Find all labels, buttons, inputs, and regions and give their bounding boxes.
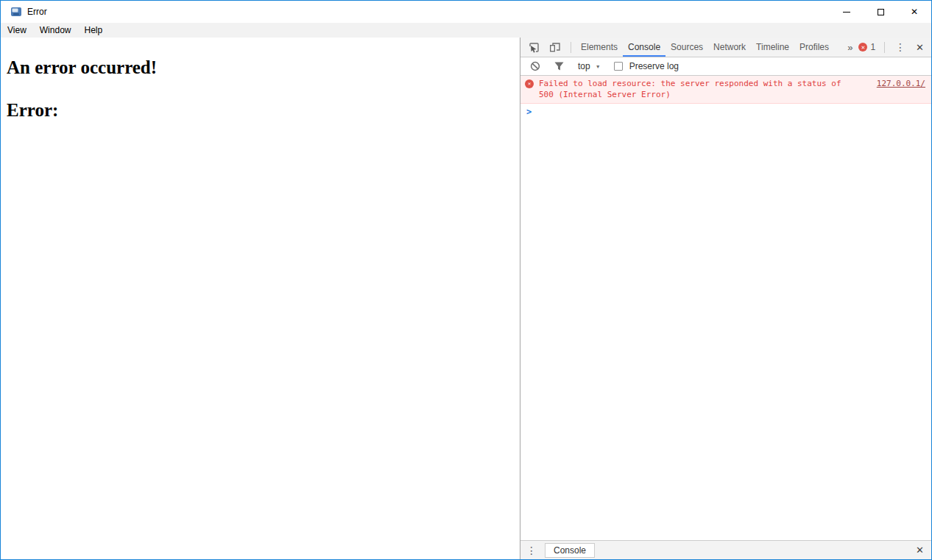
tab-profiles[interactable]: Profiles <box>794 38 834 57</box>
console-prompt-icon: > <box>526 107 532 117</box>
tab-console[interactable]: Console <box>623 38 666 57</box>
devtools-panel: Elements Console Sources Network Timelin… <box>520 38 931 559</box>
close-button[interactable]: ✕ <box>897 1 931 23</box>
device-toolbar-button[interactable] <box>546 38 563 56</box>
tab-network-label: Network <box>713 42 746 52</box>
devtools-drawer: ⋮ Console ✕ <box>520 540 931 559</box>
console-toolbar: top ▼ Preserve log <box>520 57 931 76</box>
devtools-menu-button[interactable]: ⋮ <box>889 41 911 53</box>
error-source-link[interactable]: 127.0.0.1/ <box>877 78 925 89</box>
console-messages: ✕ Failed to load resource: the server re… <box>520 76 931 540</box>
menu-item-help[interactable]: Help <box>77 24 109 37</box>
context-label: top <box>578 61 590 71</box>
menu-bar: View Window Help <box>1 23 931 38</box>
execution-context-selector[interactable]: top ▼ <box>578 61 601 71</box>
tab-profiles-label: Profiles <box>799 42 829 52</box>
console-error-message: ✕ Failed to load resource: the server re… <box>520 76 931 104</box>
devtools-close-button[interactable]: ✕ <box>911 42 925 53</box>
preserve-log-label: Preserve log <box>629 61 679 71</box>
menu-item-view[interactable]: View <box>1 24 33 37</box>
filter-button[interactable] <box>550 57 568 75</box>
preserve-log-checkbox[interactable] <box>614 62 623 71</box>
menu-item-window[interactable]: Window <box>33 24 78 37</box>
console-input[interactable] <box>532 107 931 117</box>
tab-elements-label: Elements <box>581 42 618 52</box>
tab-network[interactable]: Network <box>708 38 751 57</box>
error-count-badge[interactable]: ✕ 1 <box>857 42 880 52</box>
app-window: Error ✕ View Window Help An error occurr… <box>0 0 932 560</box>
error-message-text: Failed to load resource: the server resp… <box>539 78 848 100</box>
inspect-icon <box>529 42 540 53</box>
filter-funnel-icon <box>554 62 564 71</box>
maximize-button[interactable] <box>864 1 897 23</box>
maximize-icon <box>878 9 884 15</box>
more-tabs-chevron-icon[interactable]: » <box>843 42 857 53</box>
tab-elements[interactable]: Elements <box>576 38 623 57</box>
page-heading-error-label: Error: <box>7 100 514 121</box>
error-count: 1 <box>870 42 875 52</box>
page-content: An error occurred! Error: <box>1 38 520 559</box>
content-area: An error occurred! Error: <box>1 38 931 559</box>
minimize-icon <box>843 12 850 13</box>
console-prompt-row: > <box>520 104 931 117</box>
error-icon: ✕ <box>525 79 534 88</box>
drawer-close-button[interactable]: ✕ <box>916 545 924 556</box>
block-icon <box>530 61 540 71</box>
title-bar: Error ✕ <box>1 1 931 23</box>
clear-console-button[interactable] <box>526 57 544 75</box>
tab-sources-label: Sources <box>671 42 703 52</box>
drawer-tab-console[interactable]: Console <box>545 543 595 558</box>
toolbar-divider <box>571 42 571 53</box>
device-toolbar-icon <box>549 42 560 52</box>
devtools-toolbar: Elements Console Sources Network Timelin… <box>520 38 931 57</box>
toolbar-divider <box>884 42 885 53</box>
tab-sources[interactable]: Sources <box>666 38 708 57</box>
error-badge-icon: ✕ <box>858 43 867 52</box>
app-icon <box>10 6 22 18</box>
tab-timeline-label: Timeline <box>756 42 789 52</box>
tab-console-label: Console <box>628 42 660 52</box>
chevron-down-icon: ▼ <box>596 64 601 69</box>
drawer-menu-button[interactable]: ⋮ <box>522 545 541 556</box>
tab-timeline[interactable]: Timeline <box>751 38 794 57</box>
window-controls: ✕ <box>830 1 931 23</box>
minimize-button[interactable] <box>830 1 864 23</box>
close-icon: ✕ <box>911 7 918 16</box>
window-title: Error <box>27 7 47 17</box>
page-heading-error-occurred: An error occurred! <box>7 57 514 78</box>
inspect-element-button[interactable] <box>525 38 543 56</box>
